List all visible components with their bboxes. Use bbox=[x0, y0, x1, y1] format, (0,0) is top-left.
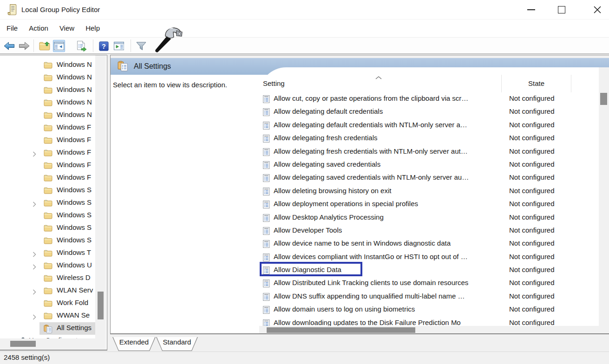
policy-setting-icon bbox=[262, 122, 270, 131]
export-list-button[interactable] bbox=[75, 40, 87, 52]
setting-row[interactable]: Allow delegating saved credentials Not c… bbox=[259, 158, 599, 171]
forward-button[interactable] bbox=[18, 40, 30, 52]
setting-row[interactable]: Allow delegating default credentials wit… bbox=[259, 119, 599, 132]
list-horizontal-scrollbar[interactable] bbox=[259, 326, 599, 334]
filter-icon bbox=[136, 41, 147, 51]
tree-item[interactable]: Windows F bbox=[0, 147, 95, 159]
close-button[interactable] bbox=[587, 0, 608, 20]
setting-row[interactable]: Allow domain users to log on using biome… bbox=[259, 303, 599, 316]
expand-chevron-icon[interactable] bbox=[33, 251, 36, 259]
folder-icon bbox=[44, 99, 52, 108]
expand-chevron-icon[interactable] bbox=[33, 150, 36, 158]
menu-view[interactable]: View bbox=[54, 20, 80, 37]
tree-vertical-scrollbar-thumb[interactable] bbox=[98, 292, 104, 319]
tree-item[interactable]: Windows F bbox=[0, 159, 95, 172]
tree-item[interactable]: Windows N bbox=[0, 109, 95, 122]
setting-row[interactable]: Allow device name to be sent in Windows … bbox=[259, 237, 599, 250]
show-console-tree-button[interactable] bbox=[53, 40, 65, 52]
tree-item-partial[interactable]: User Configurat bbox=[0, 335, 95, 338]
setting-row[interactable]: Allow devices compliant with InstantGo o… bbox=[259, 251, 599, 264]
tree-item[interactable]: Windows F bbox=[0, 134, 95, 147]
tree-item-label: Windows S bbox=[57, 186, 92, 194]
menu-file[interactable]: File bbox=[1, 20, 23, 37]
setting-row[interactable]: Allow DNS suffix appending to unqualifie… bbox=[259, 290, 599, 303]
setting-row[interactable]: Allow Diagnostic Data Not configured bbox=[259, 264, 599, 277]
setting-name: Allow cut, copy or paste operations from… bbox=[274, 94, 498, 102]
list-horizontal-scrollbar-thumb[interactable] bbox=[267, 327, 415, 333]
tree-item[interactable]: Windows F bbox=[0, 172, 95, 184]
tree-item[interactable]: Windows S bbox=[0, 197, 95, 209]
tree-item[interactable]: Windows S bbox=[0, 184, 95, 197]
expand-chevron-icon[interactable] bbox=[33, 313, 36, 321]
show-action-pane-button[interactable] bbox=[113, 40, 125, 52]
setting-row[interactable]: Allow Desktop Analytics Processing Not c… bbox=[259, 211, 599, 224]
expand-chevron-icon[interactable] bbox=[33, 263, 36, 271]
setting-row[interactable]: Allow Developer Tools Not configured bbox=[259, 224, 599, 237]
help-button[interactable]: ? bbox=[98, 40, 110, 52]
help-icon: ? bbox=[98, 41, 109, 52]
tree-item-label: WWAN Se bbox=[57, 311, 90, 319]
setting-row[interactable]: Allow downloading updates to the Disk Fa… bbox=[259, 317, 599, 326]
setting-state: Not configured bbox=[509, 213, 579, 221]
column-separator[interactable] bbox=[571, 75, 571, 92]
setting-row[interactable]: Allow delegating saved credentials with … bbox=[259, 171, 599, 184]
setting-row[interactable]: Allow deployment operations in special p… bbox=[259, 198, 599, 211]
tree-horizontal-scrollbar[interactable] bbox=[0, 338, 95, 349]
forward-icon bbox=[19, 41, 30, 51]
tree-item[interactable]: WWAN Se bbox=[0, 310, 95, 322]
setting-row[interactable]: Allow Distributed Link Tracking clients … bbox=[259, 277, 599, 290]
tree-horizontal-scrollbar-thumb[interactable] bbox=[10, 341, 36, 347]
tree-item[interactable]: Windows N bbox=[0, 72, 95, 84]
folder-icon bbox=[44, 287, 52, 296]
setting-row[interactable]: Allow cut, copy or paste operations from… bbox=[259, 92, 599, 105]
settings-list: Allow cut, copy or paste operations from… bbox=[259, 92, 599, 326]
setting-name: Allow Distributed Link Tracking clients … bbox=[274, 279, 498, 286]
menu-action[interactable]: Action bbox=[23, 20, 54, 37]
setting-state: Not configured bbox=[509, 253, 579, 260]
setting-row[interactable]: Allow delegating fresh credentials Not c… bbox=[259, 132, 599, 145]
tree-item-label: Windows F bbox=[57, 161, 91, 169]
setting-state: Not configured bbox=[509, 318, 579, 326]
setting-name: Allow delegating saved credentials with … bbox=[274, 173, 498, 181]
policy-setting-icon bbox=[262, 214, 270, 223]
expand-chevron-icon[interactable] bbox=[33, 201, 36, 208]
minimize-button[interactable] bbox=[520, 0, 542, 20]
setting-state: Not configured bbox=[509, 266, 579, 273]
menu-help[interactable]: Help bbox=[80, 20, 105, 37]
column-header-state[interactable]: State bbox=[502, 79, 571, 87]
maximize-button[interactable] bbox=[551, 0, 572, 20]
setting-row[interactable]: Allow delegating default credentials Not… bbox=[259, 105, 599, 118]
tree-item[interactable]: Windows S bbox=[0, 222, 95, 234]
up-one-level-button[interactable] bbox=[39, 40, 51, 52]
list-vertical-scrollbar-thumb[interactable] bbox=[600, 93, 607, 105]
page-title: All Settings bbox=[134, 58, 171, 75]
tree-item[interactable]: Windows S bbox=[0, 209, 95, 222]
setting-row[interactable]: Allow deleting browsing history on exit … bbox=[259, 185, 599, 198]
setting-name: Allow delegating default credentials wit… bbox=[274, 121, 498, 129]
folder-icon bbox=[44, 199, 52, 208]
tab-standard[interactable]: Standard bbox=[156, 337, 198, 351]
tree-item[interactable]: Windows F bbox=[0, 122, 95, 134]
policy-setting-icon bbox=[262, 306, 270, 315]
tree-item[interactable]: Windows N bbox=[0, 97, 95, 109]
tree-item[interactable]: All Settings bbox=[0, 322, 95, 335]
setting-row[interactable]: Allow delegating fresh credentials with … bbox=[259, 145, 599, 158]
tree-vertical-scrollbar[interactable] bbox=[95, 55, 106, 349]
tree-item[interactable]: Windows N bbox=[0, 84, 95, 97]
tree-item[interactable]: Wireless D bbox=[0, 272, 95, 285]
sort-ascending-icon[interactable] bbox=[375, 73, 382, 81]
tree-item[interactable]: Windows U bbox=[0, 260, 95, 272]
list-vertical-scrollbar[interactable] bbox=[599, 67, 609, 334]
filter-button[interactable] bbox=[135, 40, 147, 52]
tab-extended[interactable]: Extended bbox=[112, 337, 156, 351]
tree-item[interactable]: WLAN Serv bbox=[0, 285, 95, 297]
expand-chevron-icon[interactable] bbox=[33, 288, 36, 296]
tab-extended-label: Extended bbox=[112, 338, 156, 346]
tree-item[interactable]: Windows S bbox=[0, 234, 95, 247]
tree-item[interactable]: Work Fold bbox=[0, 297, 95, 310]
tree-item[interactable]: Windows N bbox=[0, 59, 95, 72]
back-button[interactable] bbox=[3, 40, 15, 52]
tree-item[interactable]: Windows T bbox=[0, 247, 95, 260]
column-header-setting[interactable]: Setting bbox=[263, 79, 285, 87]
policy-setting-icon bbox=[262, 148, 270, 157]
